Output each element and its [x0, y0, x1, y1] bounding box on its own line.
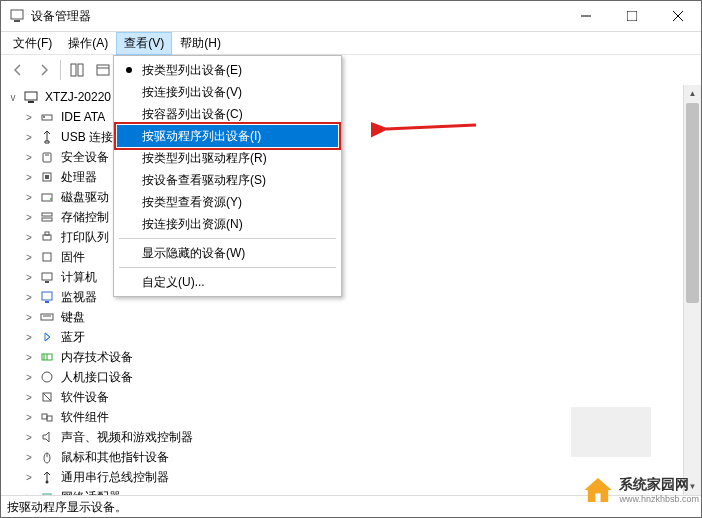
view-menu-dropdown: 按类型列出设备(E)按连接列出设备(V)按容器列出设备(C)按驱动程序列出设备(…	[113, 55, 342, 297]
tree-item[interactable]: >蓝牙	[7, 327, 684, 347]
tree-item-label: 监视器	[59, 288, 99, 307]
tree-item-label: 声音、视频和游戏控制器	[59, 428, 195, 447]
tree-item[interactable]: >USB 连接	[7, 127, 684, 147]
tree-item[interactable]: >计算机	[7, 267, 684, 287]
menu-action[interactable]: 操作(A)	[60, 32, 116, 55]
menu-item[interactable]: 按类型列出驱动程序(R)	[117, 147, 338, 169]
expand-icon[interactable]: >	[23, 172, 35, 183]
tree-item[interactable]: >鼠标和其他指针设备	[7, 447, 684, 467]
expand-icon[interactable]: >	[23, 392, 35, 403]
svg-rect-51	[596, 493, 601, 502]
expand-icon[interactable]: >	[23, 372, 35, 383]
menu-item[interactable]: 按类型列出设备(E)	[117, 59, 338, 81]
menu-item[interactable]: 按容器列出设备(C)	[117, 103, 338, 125]
expand-icon[interactable]: >	[23, 152, 35, 163]
expand-icon[interactable]: >	[23, 312, 35, 323]
tree-item[interactable]: >软件组件	[7, 407, 684, 427]
watermark-brand: 系统家园网	[619, 476, 699, 494]
nav-back-button[interactable]	[6, 58, 30, 82]
usb-icon	[39, 129, 55, 145]
tree-item-label: 处理器	[59, 168, 99, 187]
svg-rect-3	[627, 11, 637, 21]
hid-icon	[39, 369, 55, 385]
svg-point-21	[50, 198, 52, 200]
title-bar: 设备管理器	[1, 1, 701, 32]
expand-icon[interactable]: >	[23, 132, 35, 143]
menu-item[interactable]: 按连接列出资源(N)	[117, 213, 338, 235]
softcomp-icon	[39, 409, 55, 425]
maximize-button[interactable]	[609, 1, 655, 31]
computer-icon	[23, 89, 39, 105]
tree-item-label: 打印队列	[59, 228, 111, 247]
expand-icon[interactable]: >	[23, 432, 35, 443]
svg-rect-7	[78, 64, 83, 76]
tree-item[interactable]: >键盘	[7, 307, 684, 327]
expand-icon[interactable]: >	[23, 232, 35, 243]
scroll-thumb[interactable]	[686, 103, 699, 303]
menu-item[interactable]: 按连接列出设备(V)	[117, 81, 338, 103]
nav-forward-button[interactable]	[32, 58, 56, 82]
menu-item[interactable]: 自定义(U)...	[117, 271, 338, 293]
tree-item[interactable]: >磁盘驱动	[7, 187, 684, 207]
tree-item[interactable]: >软件设备	[7, 387, 684, 407]
expand-icon[interactable]: >	[23, 212, 35, 223]
storage-icon	[39, 209, 55, 225]
menu-item-label: 按容器列出设备(C)	[142, 106, 243, 123]
menu-item[interactable]: 按类型查看资源(Y)	[117, 191, 338, 213]
menu-item[interactable]: 按驱动程序列出设备(I)	[117, 125, 338, 147]
expand-icon[interactable]: >	[23, 292, 35, 303]
tree-root[interactable]: v XTZJ-20220	[7, 87, 684, 107]
menu-item-label: 按类型列出设备(E)	[142, 62, 242, 79]
cpu-icon	[39, 169, 55, 185]
tree-item[interactable]: >IDE ATA	[7, 107, 684, 127]
menu-view[interactable]: 查看(V)	[116, 32, 172, 55]
printer-icon	[39, 229, 55, 245]
tree-item[interactable]: >固件	[7, 247, 684, 267]
tree-root-label: XTZJ-20220	[43, 89, 113, 105]
tree-item[interactable]: >声音、视频和游戏控制器	[7, 427, 684, 447]
tree-item-label: USB 连接	[59, 128, 115, 147]
tree-item[interactable]: >监视器	[7, 287, 684, 307]
minimize-button[interactable]	[563, 1, 609, 31]
watermark: 系统家园网 www.hnzkhbsb.com	[581, 473, 699, 507]
device-tree: v XTZJ-20220 >IDE ATA>USB 连接>安全设备>处理器>磁盘…	[1, 85, 684, 495]
expand-icon[interactable]: >	[23, 412, 35, 423]
tree-item-label: 存储控制	[59, 208, 111, 227]
svg-rect-20	[42, 194, 52, 201]
svg-point-42	[46, 481, 49, 484]
scroll-up-button[interactable]: ▲	[684, 85, 701, 102]
svg-rect-17	[43, 153, 51, 162]
expand-icon[interactable]: v	[7, 92, 19, 103]
menu-help[interactable]: 帮助(H)	[172, 32, 229, 55]
expand-icon[interactable]: >	[23, 252, 35, 263]
expand-icon[interactable]: >	[23, 332, 35, 343]
tree-item[interactable]: >人机接口设备	[7, 367, 684, 387]
menu-item[interactable]: 显示隐藏的设备(W)	[117, 242, 338, 264]
vertical-scrollbar[interactable]: ▲ ▼	[683, 85, 701, 495]
close-button[interactable]	[655, 1, 701, 31]
watermark-url: www.hnzkhbsb.com	[619, 494, 699, 504]
menu-item[interactable]: 按设备查看驱动程序(S)	[117, 169, 338, 191]
menu-file[interactable]: 文件(F)	[5, 32, 60, 55]
expand-icon[interactable]: >	[23, 192, 35, 203]
disk-icon	[39, 189, 55, 205]
expand-icon[interactable]: >	[23, 112, 35, 123]
bullet-icon	[126, 67, 132, 73]
expand-icon[interactable]: >	[23, 352, 35, 363]
tree-item[interactable]: >处理器	[7, 167, 684, 187]
tree-item[interactable]: >存储控制	[7, 207, 684, 227]
expand-icon[interactable]: >	[23, 452, 35, 463]
tree-item[interactable]: >内存技术设备	[7, 347, 684, 367]
expand-icon[interactable]: >	[23, 472, 35, 483]
menu-item-label: 显示隐藏的设备(W)	[142, 245, 245, 262]
svg-rect-13	[25, 92, 37, 100]
svg-rect-38	[42, 414, 47, 419]
svg-rect-6	[71, 64, 76, 76]
expand-icon[interactable]: >	[23, 272, 35, 283]
toolbar-button-1[interactable]	[65, 58, 89, 82]
toolbar-button-2[interactable]	[91, 58, 115, 82]
tree-item[interactable]: >安全设备	[7, 147, 684, 167]
svg-rect-30	[45, 301, 49, 303]
tree-item[interactable]: >打印队列	[7, 227, 684, 247]
softdev-icon	[39, 389, 55, 405]
